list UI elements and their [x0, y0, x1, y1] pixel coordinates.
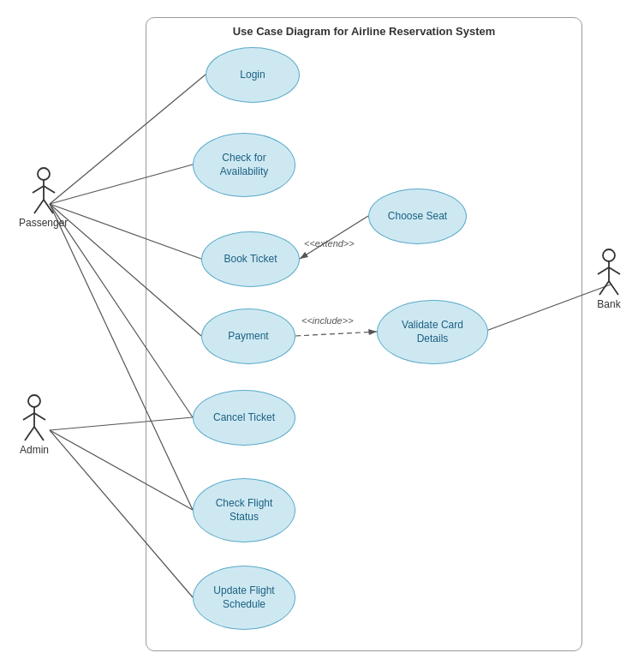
svg-line-18	[34, 200, 44, 213]
svg-line-17	[44, 186, 55, 193]
usecase-check-avail: Check forAvailability	[193, 133, 295, 197]
usecase-book-ticket: Book Ticket	[201, 231, 300, 287]
bank-label: Bank	[597, 298, 620, 310]
include-label: <<include>>	[301, 315, 354, 326]
svg-line-28	[598, 267, 609, 274]
svg-line-25	[34, 427, 44, 440]
svg-point-26	[603, 249, 615, 261]
extend-label: <<extend>>	[304, 238, 355, 249]
actor-admin: Admin	[19, 394, 50, 456]
svg-line-22	[23, 413, 34, 420]
actor-bank: Bank	[593, 249, 624, 310]
svg-line-19	[44, 200, 53, 213]
bank-icon	[593, 249, 624, 297]
passenger-label: Passenger	[19, 217, 68, 229]
actor-passenger: Passenger	[19, 167, 68, 229]
svg-line-24	[25, 427, 34, 440]
svg-line-30	[599, 281, 609, 295]
svg-line-23	[34, 413, 45, 420]
usecase-update-flight: Update FlightSchedule	[193, 566, 295, 630]
svg-line-29	[609, 267, 620, 274]
usecase-check-flight: Check FlightStatus	[193, 478, 295, 542]
usecase-cancel-ticket: Cancel Ticket	[193, 390, 295, 446]
svg-point-20	[28, 395, 40, 407]
svg-point-14	[38, 168, 50, 180]
admin-label: Admin	[20, 444, 49, 456]
admin-icon	[19, 394, 50, 442]
usecase-payment: Payment	[201, 309, 295, 364]
diagram-title: Use Case Diagram for Airline Reservation…	[233, 25, 496, 38]
usecase-choose-seat: Choose Seat	[368, 189, 467, 244]
diagram-container: Use Case Diagram for Airline Reservation…	[0, 0, 644, 665]
usecase-login: Login	[206, 47, 300, 103]
passenger-icon	[28, 167, 59, 215]
usecase-validate-card: Validate CardDetails	[377, 300, 488, 364]
svg-line-31	[609, 281, 618, 295]
svg-line-16	[33, 186, 44, 193]
